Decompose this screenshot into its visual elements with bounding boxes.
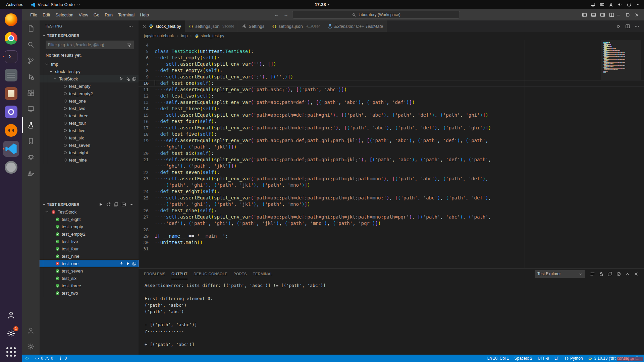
code-line-22[interactable]: 22··def test_seven(self): bbox=[139, 169, 644, 176]
more-icon[interactable] bbox=[634, 24, 639, 29]
open-in-editor-icon[interactable] bbox=[607, 272, 612, 277]
app-menu[interactable]: Visual Studio Code bbox=[31, 2, 80, 7]
code-line-28[interactable]: 28 bbox=[139, 227, 644, 233]
minimize-icon[interactable] bbox=[616, 12, 621, 17]
section1-header[interactable]: TEST EXPLORER bbox=[40, 32, 139, 39]
code-line-wrap[interactable]: ····('path', 'ghi'), ('path', 'jkl'), ('… bbox=[139, 182, 644, 188]
test-filter-input[interactable] bbox=[48, 43, 125, 47]
goto-test-icon[interactable] bbox=[132, 261, 137, 266]
code-line-6[interactable]: 6··def test_empty(self): bbox=[139, 55, 644, 61]
lock-scroll-icon[interactable] bbox=[599, 272, 604, 277]
maximize-icon[interactable] bbox=[625, 12, 630, 17]
test-item-tmp[interactable]: tmp bbox=[40, 60, 139, 68]
nav-back-icon[interactable]: ← bbox=[273, 12, 279, 17]
layout-sidebar-right-icon[interactable] bbox=[600, 12, 605, 17]
code-line-19[interactable]: 19····self.assertEqual(split_env_var('pa… bbox=[139, 137, 644, 144]
code-line-23[interactable]: 23····self.assertEqual(split_env_var('pa… bbox=[139, 176, 644, 182]
indentation[interactable]: Spaces: 2 bbox=[512, 355, 535, 362]
code-line-20[interactable]: 20··def test_six(self): bbox=[139, 150, 644, 157]
breadcrumb[interactable]: jupyter-notebooktmpstock_test.py bbox=[139, 32, 644, 40]
layout-controls[interactable] bbox=[582, 12, 615, 17]
test-item-test_eight[interactable]: test_eight bbox=[40, 216, 139, 223]
dock-contacts[interactable] bbox=[3, 307, 19, 323]
menu-run[interactable]: Run bbox=[102, 11, 115, 18]
menu-selection[interactable]: Selection bbox=[53, 11, 76, 18]
run-test-icon[interactable] bbox=[119, 76, 123, 81]
tray-person[interactable] bbox=[608, 2, 613, 7]
test-item-test_empty[interactable]: test_empty bbox=[40, 82, 139, 90]
tab-extension-c-testmate[interactable]: Extension: C++ TestMate bbox=[324, 20, 387, 32]
test-item-test_four[interactable]: test_four bbox=[40, 245, 139, 252]
activitybar-remote-explorer[interactable] bbox=[22, 101, 40, 117]
code-line-wrap[interactable]: ····'def'), ('path', 'ghi'), ('path', 'j… bbox=[139, 220, 644, 227]
code-line-10[interactable]: 10··def test_one(self): bbox=[139, 80, 644, 86]
test-item-test_two[interactable]: test_two bbox=[40, 289, 139, 297]
dock-vscode[interactable] bbox=[3, 141, 19, 157]
clear-output-icon[interactable] bbox=[616, 272, 621, 277]
activitybar-jupyter[interactable] bbox=[22, 149, 40, 165]
remote-indicator[interactable] bbox=[22, 355, 32, 362]
code-line-14[interactable]: 14··def test_three(self): bbox=[139, 106, 644, 112]
test-item-test_two[interactable]: test_two bbox=[40, 105, 139, 112]
dock-app-grid[interactable] bbox=[3, 344, 19, 360]
clock[interactable]: 17:28 bbox=[315, 2, 329, 7]
test-item-test_empty2[interactable]: test_empty2 bbox=[40, 230, 139, 238]
code-line-7[interactable]: 7····self.assertEqual(split_env_var(''),… bbox=[139, 61, 644, 67]
tray-keyboard[interactable] bbox=[599, 2, 604, 7]
test-item-test_seven[interactable]: test_seven bbox=[40, 141, 139, 149]
menu-file[interactable]: File bbox=[28, 11, 40, 18]
test-item-test_nine[interactable]: test_nine bbox=[40, 156, 139, 164]
command-center-search[interactable]: laboratory (Workspace) bbox=[292, 11, 460, 19]
debug-test-icon[interactable] bbox=[125, 76, 130, 81]
run-all-icon[interactable] bbox=[98, 202, 103, 207]
code-line-24[interactable]: 24··def test_eight(self): bbox=[139, 188, 644, 195]
menu-go[interactable]: Go bbox=[91, 11, 102, 18]
dock-firefox[interactable] bbox=[3, 12, 19, 28]
output-log[interactable]: AssertionError: Lists differ: [('path', … bbox=[139, 279, 644, 355]
ports-status[interactable]: 0 bbox=[56, 355, 69, 362]
breadcrumb-stock_test.py[interactable]: stock_test.py bbox=[201, 34, 224, 38]
code-line-13[interactable]: 13····self.assertEqual(split_env_var('pa… bbox=[139, 99, 644, 106]
system-tray[interactable] bbox=[590, 2, 641, 7]
run-test-icon[interactable] bbox=[126, 261, 130, 266]
activitybar-explorer[interactable] bbox=[22, 20, 40, 37]
code-line-8[interactable]: 8··def test_empty2(self): bbox=[139, 67, 644, 74]
dock-terminal[interactable]: ❯_ bbox=[3, 49, 19, 65]
test-item-test_seven[interactable]: test_seven bbox=[40, 267, 139, 275]
activitybar-extensions[interactable] bbox=[22, 85, 40, 101]
test-item-stock_test.py[interactable]: stock_test.py bbox=[40, 68, 139, 75]
tray-chevron-down[interactable] bbox=[636, 2, 641, 7]
refresh-tests-icon[interactable] bbox=[106, 202, 111, 207]
code-line-30[interactable]: 30··unittest.main() bbox=[139, 239, 644, 246]
menu-edit[interactable]: Edit bbox=[40, 11, 53, 18]
test-item-TestStock[interactable]: TestStock bbox=[40, 208, 139, 216]
code-line-4[interactable]: 4 bbox=[139, 42, 644, 48]
activitybar-bookmarks[interactable] bbox=[22, 133, 40, 149]
split-editor-icon[interactable] bbox=[625, 24, 630, 29]
test-item-test_six[interactable]: test_six bbox=[40, 134, 139, 141]
minimap[interactable] bbox=[603, 41, 639, 74]
collapse-all-icon[interactable] bbox=[121, 202, 126, 207]
test-item-test_three[interactable]: test_three bbox=[40, 112, 139, 119]
layout-panel-icon[interactable] bbox=[591, 12, 596, 17]
code-line-18[interactable]: 18··def test_five(self): bbox=[139, 131, 644, 137]
code-editor[interactable]: 45class TestStock(unittest.TestCase):6··… bbox=[139, 40, 644, 268]
close-panel-icon[interactable] bbox=[634, 272, 639, 277]
panel-tab-terminal[interactable]: TERMINAL bbox=[253, 268, 273, 279]
dock-orange-app[interactable] bbox=[3, 122, 19, 138]
code-line-17[interactable]: 17····self.assertEqual(split_env_var('pa… bbox=[139, 125, 644, 131]
activitybar-accounts[interactable] bbox=[22, 322, 40, 339]
output-channel-select[interactable]: Test Explorer bbox=[535, 270, 585, 278]
test-item-test_eight[interactable]: test_eight bbox=[40, 149, 139, 156]
dock-chrome[interactable] bbox=[3, 30, 19, 46]
tab-settings-json[interactable]: {}settings.json~/.../User bbox=[268, 20, 324, 32]
breadcrumb-jupyter-notebook[interactable]: jupyter-notebook bbox=[144, 34, 174, 38]
menu-terminal[interactable]: Terminal bbox=[115, 11, 137, 18]
test-item-test_empty2[interactable]: test_empty2 bbox=[40, 90, 139, 97]
activitybar-testing[interactable] bbox=[22, 117, 40, 133]
test-item-TestStock[interactable]: TestStock bbox=[40, 75, 139, 82]
nav-forward-icon[interactable]: → bbox=[283, 12, 289, 17]
dock-gray-app[interactable] bbox=[3, 159, 19, 175]
more-actions-icon[interactable] bbox=[129, 202, 134, 207]
activitybar-docker[interactable] bbox=[22, 165, 40, 181]
